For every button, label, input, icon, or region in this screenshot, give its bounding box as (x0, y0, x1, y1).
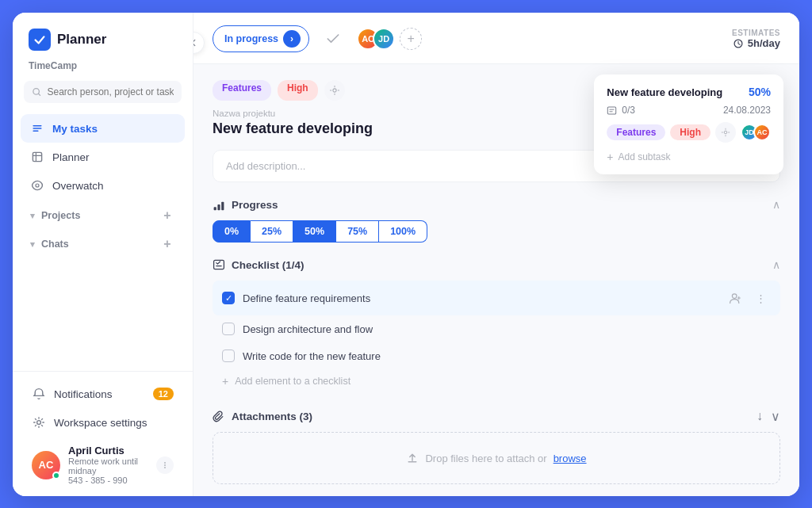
projects-add-button[interactable]: + (159, 208, 175, 223)
checklist-icon (213, 258, 225, 271)
tooltip-tag-high[interactable]: High (670, 124, 710, 140)
checklist-header: Checklist (1/4) ∧ (213, 258, 780, 271)
assign-user-button[interactable] (725, 288, 745, 308)
notifications-item[interactable]: Notifications 12 (24, 380, 182, 408)
task-header: In progress › AC JD + ESTIMATES (193, 13, 799, 64)
attach-icon (213, 411, 225, 423)
progress-steps: 0% 25% 50% 75% 100% (213, 220, 780, 243)
attachments-collapse-button[interactable]: ∨ (771, 409, 780, 424)
tooltip-tag-features[interactable]: Features (607, 124, 665, 140)
sidebar-item-planner[interactable]: Planner (21, 143, 185, 171)
sidebar-bottom: Notifications 12 Workspace settings AC (13, 371, 193, 496)
more-options-button[interactable]: ⋮ (750, 288, 771, 308)
estimates-label: ESTIMATES (732, 29, 780, 37)
browse-link[interactable]: browse (553, 453, 587, 464)
progress-step-3[interactable]: 75% (336, 220, 379, 243)
progress-header: Progress ∧ (213, 198, 780, 211)
checklist-item-2-text: Design architecture and flow (243, 323, 373, 335)
svg-point-8 (164, 464, 166, 466)
progress-step-4[interactable]: 100% (379, 220, 427, 243)
tooltip-percent: 50% (749, 86, 771, 98)
progress-section: Progress ∧ 0% 25% 50% 75% 100% (213, 198, 780, 243)
user-avatar-wrap: AC (32, 451, 60, 479)
checklist-item-3[interactable]: Write code for the new feature (213, 342, 780, 369)
checkbox-2[interactable] (222, 323, 235, 335)
svg-rect-1 (33, 125, 41, 127)
assignee-avatar-2: JD (373, 28, 395, 50)
add-checklist-item-button[interactable]: + Add element to a checklist (213, 369, 780, 393)
workspace-name: TimeCamp (13, 60, 193, 78)
sidebar-item-overwatch[interactable]: Overwatch (21, 171, 185, 200)
attachments-actions: ↓ ∨ (756, 409, 780, 424)
svg-rect-4 (33, 152, 41, 161)
checkbox-1[interactable]: ✓ (222, 292, 235, 304)
status-label: In progress (224, 33, 278, 44)
checklist-item-1-text: Define feature requirements (243, 292, 370, 304)
tag-features[interactable]: Features (213, 80, 271, 101)
svg-point-18 (724, 131, 727, 134)
progress-step-1[interactable]: 25% (251, 220, 293, 243)
tooltip-header: New feature developing 50% (607, 86, 771, 98)
add-assignee-button[interactable]: + (400, 28, 422, 50)
estimates: ESTIMATES 5h/day (732, 29, 780, 49)
sidebar: Planner TimeCamp My tasks (13, 13, 193, 496)
svg-rect-14 (221, 202, 224, 210)
tooltip-subtask-count: 0/3 (622, 105, 635, 116)
tooltip-title: New feature developing (607, 86, 722, 98)
user-info: April Curtis Remote work until midnay 54… (68, 445, 148, 485)
chats-label: Chats (41, 239, 69, 250)
tooltip-avatar-group: JD AC (741, 124, 771, 141)
svg-point-7 (164, 462, 166, 464)
chats-section[interactable]: ▾ Chats + (21, 228, 185, 257)
add-subtask-button[interactable]: + Add subtask (607, 151, 771, 163)
tag-high[interactable]: High (278, 80, 318, 101)
search-input[interactable] (47, 86, 174, 97)
status-badge[interactable]: In progress › (213, 25, 309, 52)
svg-rect-3 (33, 130, 38, 132)
estimates-value: 5h/day (733, 37, 780, 49)
sidebar-item-overwatch-label: Overwatch (52, 180, 104, 192)
logo-area: Planner (13, 13, 193, 60)
user-status-dot (52, 472, 60, 479)
estimates-clock-icon (733, 38, 744, 49)
progress-step-0[interactable]: 0% (213, 220, 251, 243)
svg-point-16 (732, 294, 737, 299)
tasks-icon (30, 121, 44, 136)
tag-settings-button[interactable] (324, 80, 345, 101)
attachments-title: Attachments (3) (232, 411, 750, 422)
user-card[interactable]: AC April Curtis Remote work until midnay… (24, 437, 182, 488)
user-menu-icon (156, 456, 174, 474)
progress-collapse-button[interactable]: ∧ (772, 198, 780, 211)
sidebar-item-my-tasks-label: My tasks (52, 123, 98, 135)
attachments-section: Attachments (3) ↓ ∨ Drop files here to a… (213, 409, 780, 484)
checklist-item-1[interactable]: ✓ Define feature requirements ⋮ (213, 281, 780, 315)
projects-section[interactable]: ▾ Projects + (21, 200, 185, 228)
download-icon[interactable]: ↓ (756, 409, 763, 424)
logo-icon (29, 29, 51, 51)
svg-rect-12 (214, 207, 216, 210)
svg-point-9 (164, 467, 166, 468)
chats-add-button[interactable]: + (159, 236, 175, 252)
drop-label: Drop files here to attach or (425, 453, 546, 464)
checklist-item-2[interactable]: Design architecture and flow (213, 315, 780, 342)
search-box[interactable] (24, 81, 182, 103)
workspace-settings-item[interactable]: Workspace settings (24, 408, 182, 437)
sidebar-item-my-tasks[interactable]: My tasks (21, 114, 185, 143)
sidebar-nav: My tasks Planner (13, 111, 193, 371)
projects-label: Projects (41, 210, 80, 221)
tooltip-subtask-icon (607, 105, 617, 116)
checklist-item-3-text: Write code for the new feature (243, 350, 381, 362)
complete-check-button[interactable] (322, 28, 344, 50)
workspace-settings-label: Workspace settings (54, 417, 147, 429)
tooltip-tag-settings[interactable] (715, 122, 736, 143)
checklist-item-1-actions: ⋮ (725, 288, 771, 308)
svg-rect-2 (33, 128, 41, 129)
upload-icon (406, 452, 419, 464)
checkbox-3[interactable] (222, 349, 235, 362)
drop-zone[interactable]: Drop files here to attach or browse (213, 432, 780, 484)
search-icon (32, 86, 41, 97)
checklist-collapse-button[interactable]: ∧ (772, 258, 780, 271)
progress-step-2[interactable]: 50% (293, 220, 336, 243)
notifications-badge: 12 (153, 388, 174, 400)
progress-title: Progress (232, 199, 766, 211)
